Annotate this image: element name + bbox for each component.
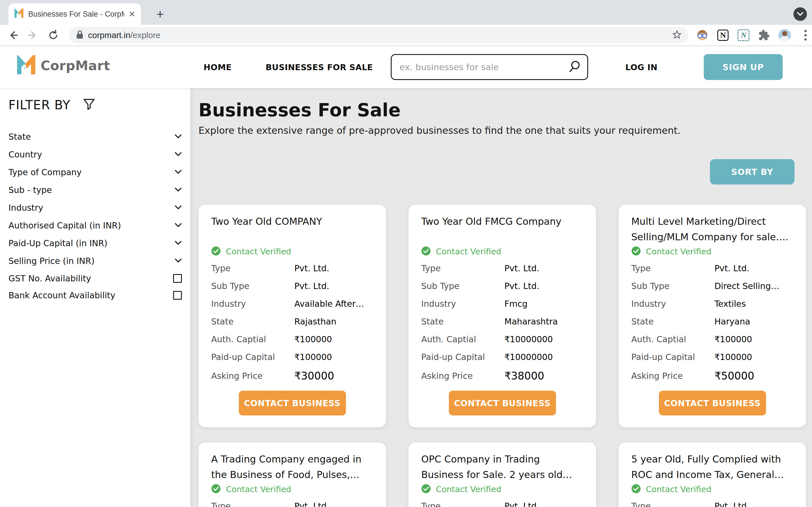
detail-row: Sub TypeDirect Selling…: [631, 277, 794, 295]
filter-paid-up-capital[interactable]: Paid-Up Capital (in INR): [8, 234, 182, 252]
asking-price-row: Asking Price ₹38000: [421, 367, 583, 385]
filter-label: Authorised Capital (in INR): [8, 221, 121, 230]
reload-button[interactable]: [45, 27, 62, 44]
nav-home[interactable]: HOME: [204, 46, 232, 88]
detail-row: Auth. Captial₹100000: [211, 330, 373, 348]
bank-account-checkbox[interactable]: [173, 291, 182, 300]
filter-type-of-company[interactable]: Type of Company: [8, 163, 182, 181]
detail-row: TypePvt. Ltd.: [631, 497, 794, 507]
verified-label: Contact Verified: [436, 485, 501, 494]
filter-label: Industry: [8, 203, 43, 213]
signup-button[interactable]: SIGN UP: [704, 54, 783, 80]
url-text: corpmart.in/explore: [88, 31, 672, 40]
filter-selling-price[interactable]: Selling Price (in INR): [8, 252, 182, 270]
row-value: Haryana: [714, 317, 750, 327]
url-path: /explore: [130, 31, 160, 40]
row-value: ₹100000: [294, 334, 332, 344]
forward-button[interactable]: [24, 27, 41, 44]
verified-label: Contact Verified: [226, 247, 291, 256]
chevron-down-icon: [174, 223, 182, 228]
corpmart-logo-icon: [17, 55, 36, 76]
login-button[interactable]: LOG IN: [625, 46, 658, 88]
row-label: Type: [631, 501, 714, 507]
detail-row: IndustryAvailable After…: [211, 295, 373, 313]
filter-authorised-capital[interactable]: Authorised Capital (in INR): [8, 217, 182, 234]
extensions-puzzle-icon[interactable]: [758, 29, 771, 42]
chevron-down-icon: [174, 240, 182, 246]
tab-strip: Businesses For Sale - CorpMar ✕ +: [0, 0, 812, 25]
chevron-down-icon: [174, 170, 182, 175]
row-label: Type: [211, 263, 294, 273]
row-label: Type: [421, 501, 504, 507]
filter-state[interactable]: State: [8, 128, 182, 146]
business-card[interactable]: Multi Level Marketing/Direct Selling/MLM…: [619, 205, 806, 427]
row-label: Industry: [211, 299, 294, 309]
menu-dots-icon[interactable]: [799, 29, 812, 42]
filter-label: Bank Account Availability: [8, 290, 115, 300]
profile-avatar[interactable]: [778, 29, 792, 42]
row-value: ₹10000000: [504, 352, 553, 362]
detail-row: Auth. Captial₹100000: [631, 330, 794, 348]
new-tab-button[interactable]: +: [152, 6, 168, 22]
contact-business-button[interactable]: CONTACT BUSINESS: [239, 391, 346, 415]
row-value: Maharashtra: [504, 317, 558, 327]
verified-check-icon: [421, 484, 431, 495]
detail-row: Sub TypePvt. Ltd.: [211, 277, 373, 295]
row-value: Rajasthan: [294, 317, 336, 327]
verified-label: Contact Verified: [226, 485, 291, 494]
detail-row: StateHaryana: [631, 313, 794, 330]
browser-window: Businesses For Sale - CorpMar ✕ + corpma…: [0, 0, 812, 507]
filter-label: Paid-Up Capital (in INR): [8, 238, 107, 248]
asking-price-label: Asking Price: [211, 371, 294, 381]
contact-business-button[interactable]: CONTACT BUSINESS: [449, 391, 556, 415]
filter-industry[interactable]: Industry: [8, 199, 182, 217]
contact-business-button[interactable]: CONTACT BUSINESS: [659, 391, 766, 415]
back-button[interactable]: [5, 27, 22, 44]
search-input[interactable]: [400, 62, 568, 72]
detail-row: IndustryTextiles: [631, 295, 794, 313]
row-value: Pvt. Ltd.: [294, 263, 329, 273]
page-subtitle: Explore the extensive range of pre-appro…: [199, 124, 812, 136]
nav-businesses-for-sale[interactable]: BUSINESSES FOR SALE: [266, 46, 373, 88]
browser-tab[interactable]: Businesses For Sale - CorpMar ✕: [8, 3, 141, 25]
gst-checkbox[interactable]: [173, 274, 182, 283]
business-card[interactable]: A Trading Company engaged in the Busines…: [199, 443, 386, 507]
search-icon[interactable]: [568, 60, 581, 74]
detail-row: Paid-up Capital₹10000000: [421, 348, 583, 366]
filter-sub-type[interactable]: Sub - type: [8, 181, 182, 199]
chevron-down-icon: [174, 187, 182, 193]
verified-check-icon: [421, 246, 431, 257]
detail-row: TypePvt. Ltd.: [631, 260, 794, 277]
extension-notion-icon[interactable]: N: [716, 29, 730, 42]
row-value: Pvt. Ltd.: [294, 281, 329, 291]
corpmart-logo[interactable]: CorpMart: [17, 55, 110, 76]
row-value: ₹100000: [714, 352, 752, 362]
tab-close-icon[interactable]: ✕: [129, 10, 135, 19]
window-chevron-button[interactable]: [794, 7, 807, 21]
business-card[interactable]: Two Year Old FMCG Company Contact Verifi…: [409, 205, 596, 427]
chevron-down-icon: [174, 258, 182, 264]
verified-check-icon: [211, 246, 221, 257]
asking-price-value: ₹50000: [714, 370, 754, 382]
filter-country[interactable]: Country: [8, 146, 182, 163]
brand-name: CorpMart: [41, 58, 110, 73]
filter-bank-account-availability: Bank Account Availability: [8, 287, 182, 304]
row-label: State: [421, 317, 504, 327]
filter-label: Country: [8, 150, 42, 159]
tab-title: Businesses For Sale - CorpMar: [28, 10, 124, 18]
asking-price-label: Asking Price: [631, 371, 714, 381]
search-box: [391, 54, 588, 80]
address-bar[interactable]: corpmart.in/explore: [69, 27, 689, 43]
verified-check-icon: [631, 246, 641, 257]
business-card[interactable]: OPC Company in Trading Business for Sale…: [409, 443, 596, 507]
bookmark-star-icon[interactable]: [672, 30, 682, 41]
business-card[interactable]: 5 year Old, Fully Complied with ROC and …: [619, 443, 806, 507]
extension-mobbin-icon[interactable]: [696, 29, 709, 42]
page-title: Businesses For Sale: [199, 100, 812, 120]
filter-label: State: [8, 132, 31, 142]
row-value: Pvt. Ltd.: [714, 263, 749, 273]
business-card[interactable]: Two Year Old COMPANY Contact Verified Ty…: [199, 205, 386, 427]
sort-by-button[interactable]: SORT BY: [710, 159, 795, 184]
extension-notion-clipper-icon[interactable]: N: [737, 29, 750, 42]
row-label: Paid-up Capital: [421, 352, 504, 362]
